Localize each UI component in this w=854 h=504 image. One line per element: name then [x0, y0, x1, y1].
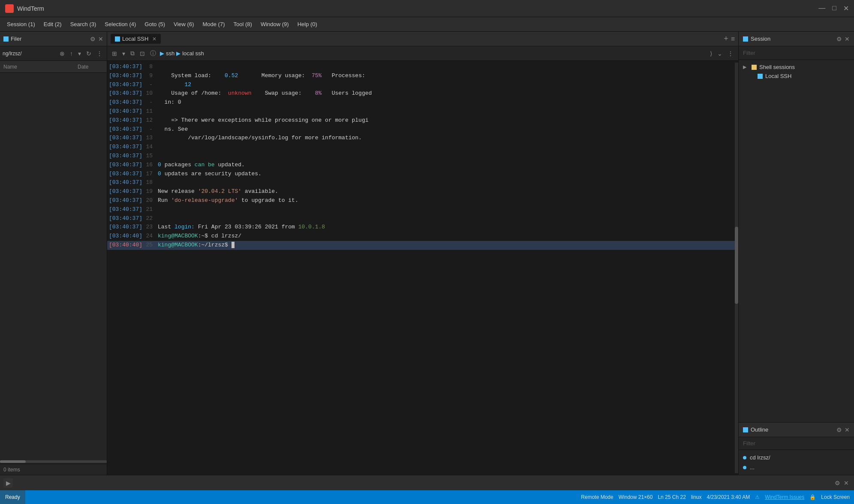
- session-panel: Session ⚙ ✕ Filter ▶ Shell sessions Loca…: [738, 32, 854, 475]
- menu-goto[interactable]: Goto (5): [141, 19, 168, 29]
- menu-help[interactable]: Help (0): [294, 19, 321, 29]
- session-close-icon[interactable]: ✕: [845, 36, 850, 42]
- terminal-toolbar-more-btn[interactable]: ⋮: [726, 49, 735, 58]
- menu-window[interactable]: Window (9): [257, 19, 292, 29]
- menu-tool[interactable]: Tool (8): [230, 19, 256, 29]
- bottom-terminal-icon[interactable]: ▶: [3, 478, 13, 488]
- terminal-line-current: [03:40:40] 25 king@MACBOOK:~/lrzsz$: [107, 241, 735, 250]
- terminal-line: [03:40:37] 11: [107, 107, 735, 116]
- line-number: 11: [142, 107, 158, 116]
- filer-close-icon[interactable]: ✕: [98, 36, 103, 42]
- line-number: 21: [142, 205, 158, 214]
- session-tree-item-local-ssh[interactable]: Local SSH: [739, 72, 854, 81]
- timestamp: [03:40:37]: [109, 116, 142, 125]
- filer-settings-icon[interactable]: ⚙: [90, 36, 96, 42]
- filer-column-header: Name Date: [0, 61, 107, 73]
- terminal-expand-btn[interactable]: ⟩: [709, 49, 713, 58]
- timestamp: [03:40:37]: [109, 143, 142, 152]
- line-number: 10: [142, 89, 158, 98]
- menu-selection[interactable]: Selection (4): [101, 19, 139, 29]
- timestamp: [03:40:37]: [109, 89, 142, 98]
- terminal-split-btn[interactable]: ⧉: [129, 49, 136, 58]
- outline-filter-placeholder[interactable]: Filter: [743, 440, 755, 447]
- filer-refresh-btn[interactable]: ↻: [84, 49, 93, 58]
- filer-dropdown-btn[interactable]: ▾: [76, 49, 83, 58]
- line-number: 20: [142, 196, 158, 205]
- terminal-tab-close-btn[interactable]: ✕: [152, 36, 156, 42]
- menu-session[interactable]: Session (1): [3, 19, 39, 29]
- terminal-content[interactable]: [03:40:37] 8 [03:40:37] 9 System load: 0…: [107, 61, 738, 475]
- minimize-button[interactable]: —: [818, 4, 825, 12]
- timestamp: [03:40:37]: [109, 98, 142, 107]
- session-settings-icon[interactable]: ⚙: [836, 36, 842, 42]
- timestamp-current: [03:40:40]: [109, 241, 142, 250]
- terminal-scrollbar-thumb[interactable]: [735, 227, 738, 304]
- terminal-scrollbar[interactable]: [735, 63, 738, 473]
- app-logo: [5, 4, 14, 13]
- outline-item-ellipsis[interactable]: ...: [739, 462, 854, 472]
- menu-edit[interactable]: Edit (2): [40, 19, 65, 29]
- line-content: 12: [158, 81, 191, 90]
- terminal-duplicate-btn[interactable]: ⊡: [138, 49, 146, 58]
- timestamp: [03:40:37]: [109, 134, 142, 143]
- terminal-line: [03:40:37] 13 /var/log/landscape/sysinfo…: [107, 134, 735, 143]
- outline-title-icon: [743, 427, 748, 432]
- terminal-tab-local-ssh[interactable]: Local SSH ✕: [111, 34, 161, 44]
- session-filter-placeholder[interactable]: Filter: [743, 50, 755, 56]
- status-ready-indicator: Ready: [0, 490, 25, 504]
- status-os: linux: [691, 494, 702, 500]
- bottom-settings-icon[interactable]: ⚙: [833, 479, 842, 487]
- terminal-line: [03:40:37] 14: [107, 143, 735, 152]
- terminal-path-ssh: ssh: [166, 50, 174, 57]
- window-controls: — □ ✕: [818, 4, 849, 12]
- session-panel-header: Session ⚙ ✕: [739, 32, 854, 46]
- filer-scrollbar[interactable]: [0, 460, 107, 463]
- terminal-breadcrumb: ▶ ssh ▶ local ssh: [160, 50, 706, 57]
- bottom-close-icon[interactable]: ✕: [842, 479, 851, 487]
- status-issues-link[interactable]: WindTerm Issues: [765, 494, 804, 500]
- line-content: System load: 0.52 Memory usage: 75% Proc…: [158, 72, 375, 81]
- filer-col-date: Date: [78, 64, 103, 70]
- terminal-dropdown-btn[interactable]: ▾: [121, 49, 126, 58]
- line-content: ns. See: [158, 125, 188, 134]
- timestamp: [03:40:37]: [109, 63, 142, 72]
- terminal-new-session-btn[interactable]: ⊞: [111, 49, 118, 58]
- outline-item-cd-lrzsz[interactable]: cd lrzsz/: [739, 453, 854, 462]
- filer-scrollbar-thumb[interactable]: [0, 460, 26, 463]
- terminal-line: [03:40:37] 10 Usage of /home: unknown Sw…: [107, 89, 735, 98]
- line-content: king@MACBOOK:~$ cd lrzsz/: [158, 232, 241, 241]
- timestamp: [03:40:37]: [109, 214, 142, 223]
- timestamp: [03:40:37]: [109, 152, 142, 161]
- terminal-collapse-btn[interactable]: ⌄: [716, 49, 724, 58]
- filer-path: ng/lrzsz/: [3, 51, 56, 57]
- terminal-add-tab-btn[interactable]: +: [724, 34, 728, 43]
- maximize-button[interactable]: □: [832, 4, 836, 12]
- outline-close-icon[interactable]: ✕: [845, 426, 850, 433]
- menu-search[interactable]: Search (3): [67, 19, 100, 29]
- outline-panel: Outline ⚙ ✕ Filter cd lrzsz/ ...: [739, 422, 854, 475]
- filer-more-btn[interactable]: ⋮: [95, 49, 104, 58]
- menu-bar: Session (1) Edit (2) Search (3) Selectio…: [0, 17, 854, 32]
- line-number: 22: [142, 214, 158, 223]
- close-button[interactable]: ✕: [843, 4, 849, 12]
- timestamp: [03:40:37]: [109, 125, 142, 134]
- filer-clear-btn[interactable]: ⊗: [58, 49, 66, 58]
- session-tree-item-shell-sessions[interactable]: ▶ Shell sessions: [739, 63, 854, 72]
- line-content: Run 'do-release-upgrade' to upgrade to i…: [158, 196, 298, 205]
- outline-settings-icon[interactable]: ⚙: [836, 426, 842, 433]
- chevron-right-icon: ▶: [743, 64, 749, 70]
- line-number: 14: [142, 143, 158, 152]
- timestamp: [03:40:37]: [109, 178, 142, 187]
- menu-view[interactable]: View (6): [170, 19, 197, 29]
- filer-up-btn[interactable]: ↑: [68, 49, 75, 58]
- line-content: Last login: Fri Apr 23 03:39:26 2021 fro…: [158, 223, 325, 232]
- status-window-size: Window 21×60: [619, 494, 653, 500]
- session-folder-icon: [752, 65, 757, 70]
- terminal-info-btn[interactable]: ⓘ: [149, 49, 157, 58]
- terminal-tab-menu-btn[interactable]: ≡: [731, 35, 735, 43]
- menu-mode[interactable]: Mode (7): [199, 19, 228, 29]
- status-lock-screen[interactable]: Lock Screen: [821, 494, 850, 500]
- line-number: 12: [142, 116, 158, 125]
- local-ssh-label: Local SSH: [765, 73, 791, 79]
- timestamp: [03:40:37]: [109, 161, 142, 170]
